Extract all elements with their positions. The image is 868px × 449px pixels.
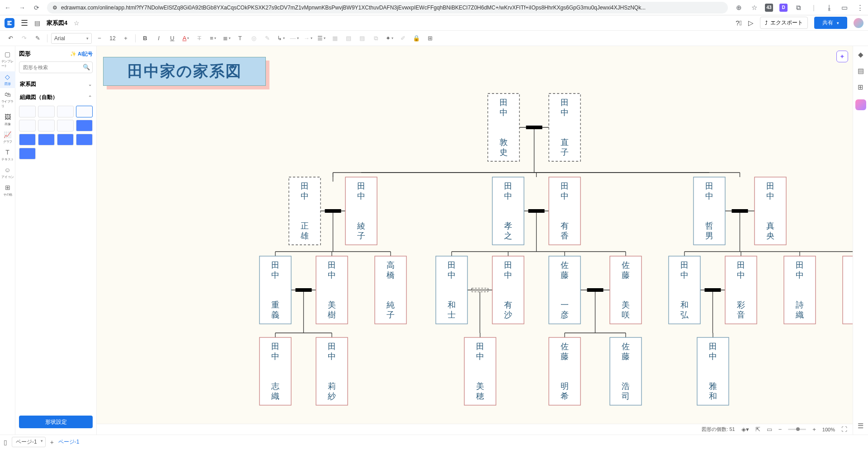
- arrow-button[interactable]: →: [302, 33, 314, 44]
- svg-text:中: 中: [796, 271, 804, 280]
- rail-library[interactable]: 🛍ライブラリ: [0, 89, 15, 111]
- shape-thumb[interactable]: [57, 106, 74, 117]
- shape-search[interactable]: 🔍: [19, 61, 93, 73]
- shape-thumb[interactable]: [19, 148, 36, 159]
- share-button[interactable]: 共有▾: [814, 17, 847, 29]
- underline-button[interactable]: U: [166, 33, 178, 44]
- avatar[interactable]: [854, 18, 863, 28]
- shape-thumb[interactable]: [76, 134, 93, 145]
- puzzle-icon[interactable]: ⧉: [794, 4, 803, 12]
- zoom-value[interactable]: 100%: [822, 427, 835, 432]
- zoom-in-button[interactable]: +: [812, 426, 816, 433]
- shape-settings-button[interactable]: 形状設定: [19, 416, 93, 428]
- pen-button[interactable]: ✎: [261, 33, 273, 44]
- shape-thumb[interactable]: [38, 134, 55, 145]
- lock-button[interactable]: 🔒: [410, 33, 422, 44]
- help-icon[interactable]: ?⃝: [736, 19, 742, 27]
- shape-thumb[interactable]: [57, 120, 74, 131]
- family-tree[interactable]: 田中敦史田中直子田中正雄田中綾子田中孝之田中有香田中哲男田中真央田中重義田中美樹…: [97, 46, 853, 435]
- font-size[interactable]: 12: [106, 35, 119, 42]
- effects-button[interactable]: ✦: [383, 33, 395, 44]
- rail-template[interactable]: ▢テンプレート: [0, 49, 15, 70]
- hamburger-icon[interactable]: ☰: [21, 18, 28, 28]
- clear-format-button[interactable]: T̶: [193, 33, 205, 44]
- canvas[interactable]: 田中家の家系図 田中敦史田中直子田中正雄田中綾子田中孝之田中有香田中哲男田中真央…: [97, 46, 853, 435]
- group-button[interactable]: ⧉: [370, 33, 382, 44]
- favorite-icon[interactable]: ☆: [74, 19, 80, 27]
- address-bar[interactable]: ⚙ edrawmax.com/online/app.html?fY7NDoIwE…: [47, 2, 728, 14]
- redo-button[interactable]: ↷: [18, 33, 30, 44]
- doc-name[interactable]: 家系図4: [47, 19, 67, 27]
- search-input[interactable]: [19, 61, 93, 73]
- star-icon[interactable]: ☆: [750, 4, 759, 12]
- rail-shapes[interactable]: ◇図形: [0, 71, 15, 88]
- st-units-icon[interactable]: ⇱: [755, 426, 760, 433]
- menu-icon[interactable]: ⋮: [855, 4, 864, 12]
- rail-text[interactable]: Tテキスト: [0, 147, 15, 164]
- send-back-button[interactable]: ▨: [356, 33, 368, 44]
- shape-thumb[interactable]: [19, 134, 36, 145]
- rail-graph[interactable]: 📈グラフ: [0, 129, 15, 146]
- align-button[interactable]: ≡: [207, 33, 219, 44]
- reload-icon[interactable]: ⟳: [33, 4, 41, 11]
- rail-other[interactable]: ⊞その他: [0, 182, 15, 199]
- format-painter-button[interactable]: ✎: [32, 33, 43, 44]
- font-inc-button[interactable]: +: [120, 33, 132, 44]
- eyedrop-button[interactable]: ◎: [248, 33, 259, 44]
- cat-org[interactable]: 組織図（自動）⌃: [19, 91, 93, 104]
- ai-float-button[interactable]: ✦: [836, 51, 848, 62]
- play-icon[interactable]: ▷: [748, 19, 754, 27]
- grid-icon[interactable]: ⊞: [858, 83, 863, 91]
- ai-symbols-link[interactable]: ✨AI記号: [70, 51, 93, 57]
- svg-text:中: 中: [271, 271, 279, 280]
- export-button[interactable]: ⤴エクスポート: [760, 17, 808, 29]
- back-icon[interactable]: ←: [4, 4, 12, 11]
- ai-icon[interactable]: [855, 99, 866, 110]
- font-select[interactable]: Arial▾: [51, 33, 92, 44]
- shape-thumb[interactable]: [38, 120, 55, 131]
- ext-icon-2[interactable]: D: [779, 4, 788, 12]
- st-pages-icon[interactable]: ▭: [767, 426, 772, 433]
- cat-family[interactable]: 家系図⌄: [19, 78, 93, 91]
- rail-image[interactable]: 🖼画像: [0, 112, 15, 128]
- more-icon[interactable]: ☰: [858, 422, 863, 430]
- add-page-button[interactable]: +: [50, 439, 54, 446]
- shape-thumb[interactable]: [76, 120, 93, 131]
- table-button[interactable]: ▦: [329, 33, 341, 44]
- window-icon[interactable]: ▭: [840, 4, 849, 12]
- app-logo[interactable]: [5, 18, 14, 28]
- shape-thumb[interactable]: [19, 106, 36, 117]
- shape-thumb[interactable]: [57, 134, 74, 145]
- font-dec-button[interactable]: −: [94, 33, 105, 44]
- page-tab[interactable]: ページ-1: [58, 438, 80, 446]
- hlink-button[interactable]: ⊞: [424, 33, 436, 44]
- list-button[interactable]: ☰: [316, 33, 327, 44]
- zoom-out-button[interactable]: −: [778, 426, 782, 433]
- shape-thumb[interactable]: [38, 106, 55, 117]
- page-select[interactable]: ページ-1: [12, 437, 46, 447]
- shape-thumb[interactable]: [19, 120, 36, 131]
- font-color-button[interactable]: A: [180, 33, 192, 44]
- bold-button[interactable]: B: [139, 33, 151, 44]
- forward-icon[interactable]: →: [18, 4, 26, 11]
- search-icon[interactable]: ⊕: [734, 4, 743, 12]
- edit-button[interactable]: ✐: [397, 33, 409, 44]
- page-list-icon[interactable]: ▯: [4, 439, 7, 446]
- text-button[interactable]: T: [234, 33, 246, 44]
- undo-button[interactable]: ↶: [5, 33, 16, 44]
- download-icon[interactable]: ⭳: [825, 4, 834, 11]
- fullscreen-icon[interactable]: ⛶: [841, 426, 847, 433]
- connector-button[interactable]: ↳: [275, 33, 287, 44]
- layer-icon[interactable]: ▤: [858, 67, 864, 75]
- bring-front-button[interactable]: ▧: [343, 33, 354, 44]
- zoom-slider[interactable]: [788, 429, 806, 430]
- italic-button[interactable]: I: [153, 33, 165, 44]
- st-layers-icon[interactable]: ◈▾: [741, 426, 749, 433]
- search-icon[interactable]: 🔍: [83, 64, 90, 70]
- line-style-button[interactable]: —: [288, 33, 300, 44]
- valign-button[interactable]: ≣: [221, 33, 232, 44]
- ext-icon-1[interactable]: 43: [765, 4, 773, 12]
- shape-thumb[interactable]: [76, 106, 93, 117]
- rail-icon[interactable]: ☺アイコン: [0, 164, 15, 181]
- style-icon[interactable]: ◆: [858, 51, 863, 59]
